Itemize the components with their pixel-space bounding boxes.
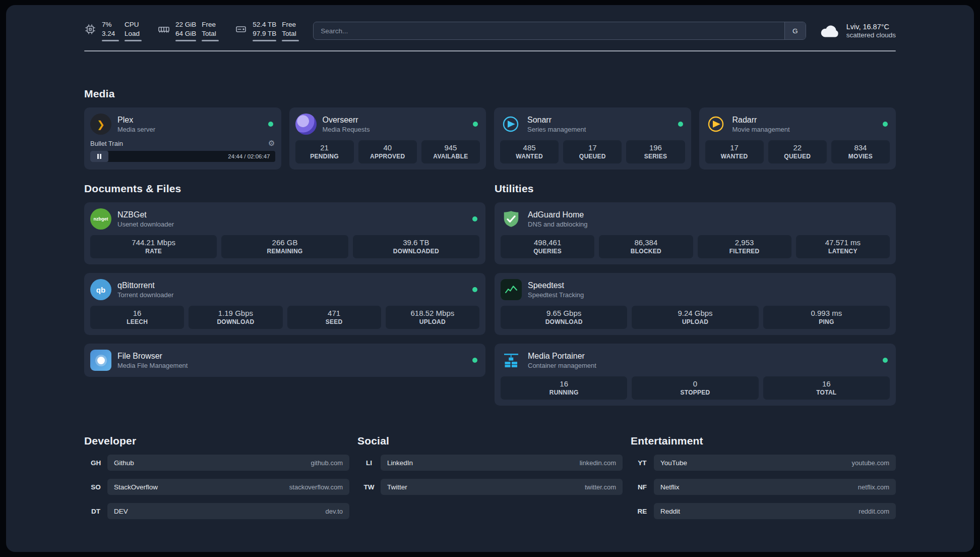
- stat-value: 744.21 Mbps: [92, 238, 215, 247]
- disk-total: 97.9 TB: [253, 29, 276, 38]
- bookmark-url: dev.to: [326, 508, 343, 515]
- search-bar: G: [313, 22, 806, 40]
- bookmark-link-linkedin[interactable]: LinkedIn linkedin.com: [381, 455, 623, 471]
- section-title-social: Social: [357, 435, 623, 447]
- service-card-plex[interactable]: ❯ Plex Media server Bullet Train ⚙: [84, 107, 281, 170]
- cloud-icon: [820, 24, 840, 38]
- portainer-icon: [501, 350, 522, 371]
- service-name: AdGuard Home: [528, 210, 890, 219]
- stat-box: 86,384 BLOCKED: [599, 235, 693, 258]
- bookmark-link-reddit[interactable]: Reddit reddit.com: [654, 503, 896, 519]
- stat-value: 86,384: [601, 238, 691, 247]
- memory-values: 22 GiB 64 GiB: [175, 20, 196, 42]
- service-name: Plex: [117, 116, 262, 125]
- bookmark-link-twitter[interactable]: Twitter twitter.com: [381, 479, 623, 495]
- service-card-overseerr[interactable]: Overseerr Media Requests 21 PENDING 40 A…: [289, 107, 486, 170]
- stat-value: 485: [502, 143, 557, 152]
- service-card-portainer[interactable]: Media Portainer Container management 16 …: [495, 344, 896, 406]
- stat-label: STOPPED: [634, 389, 756, 396]
- stat-box: 40 APPROVED: [358, 140, 417, 163]
- stat-label: REMAINING: [223, 248, 346, 255]
- system-metrics: 7% 3.24 CPU Load 22 G: [84, 20, 299, 42]
- pause-icon: [97, 154, 101, 159]
- stat-value: 618.52 Mbps: [388, 309, 477, 317]
- bookmark-link-netflix[interactable]: Netflix netflix.com: [654, 479, 896, 495]
- section-documents: Documents & Files nzbget NZBGet Usenet d…: [84, 183, 485, 377]
- filebrowser-dot: [97, 357, 105, 364]
- sonarr-icon: [500, 114, 521, 135]
- cpu-icon: [84, 23, 96, 35]
- stat-box: 485 WANTED: [500, 140, 559, 163]
- service-card-radarr[interactable]: Radarr Movie management 17 WANTED 22 QUE…: [699, 107, 896, 170]
- nzbget-icon: nzbget: [90, 208, 111, 230]
- nzbget-label-glyph: nzbget: [94, 216, 108, 221]
- stat-value: 945: [423, 143, 478, 152]
- bookmark-name: Twitter: [387, 483, 407, 491]
- stat-box: 744.21 Mbps RATE: [90, 235, 217, 258]
- status-online-dot: [472, 358, 477, 363]
- bookmark-url: netflix.com: [858, 483, 889, 491]
- service-card-speedtest[interactable]: Speedtest Speedtest Tracking 9.65 Gbps D…: [495, 273, 896, 335]
- bookmark-name: LinkedIn: [387, 459, 413, 467]
- playback-progress-bar[interactable]: 24:44 / 02:06:47: [90, 151, 275, 162]
- disk-widget: 52.4 TB 97.9 TB Free Total: [235, 20, 299, 42]
- pause-button[interactable]: [90, 151, 108, 162]
- weather-location: Lviv, 16.87°C: [846, 23, 896, 31]
- service-card-qbittorrent[interactable]: qb qBittorrent Torrent downloader 16 LEE…: [84, 273, 485, 335]
- weather-widget[interactable]: Lviv, 16.87°C scattered clouds: [820, 23, 896, 39]
- stat-value: 0.993 ms: [765, 309, 888, 317]
- stat-label: WANTED: [502, 153, 557, 160]
- cpu-values: 7% 3.24: [102, 20, 119, 42]
- stat-box: 834 MOVIES: [831, 140, 890, 163]
- memory-widget: 22 GiB 64 GiB Free Total: [158, 20, 219, 42]
- stat-box: 17 WANTED: [705, 140, 764, 163]
- service-card-adguard[interactable]: AdGuard Home DNS and adblocking 498,461 …: [495, 202, 896, 264]
- section-media: Media ❯ Plex Media server Bullet Train ⚙: [84, 88, 896, 170]
- disk-labels: Free Total: [282, 20, 299, 42]
- memory-free: 22 GiB: [175, 20, 196, 29]
- stat-value: 16: [765, 379, 888, 388]
- qbittorrent-icon: qb: [90, 279, 111, 300]
- bookmark-link-github[interactable]: Github github.com: [107, 455, 349, 471]
- service-subtitle: Container management: [528, 362, 877, 369]
- stat-box: 16 LEECH: [90, 306, 184, 329]
- bookmarks-entertainment: Entertainment YT YouTube youtube.com NF …: [631, 435, 896, 519]
- service-name: NZBGet: [117, 210, 466, 219]
- section-title-media: Media: [84, 88, 896, 100]
- status-online-dot: [883, 358, 888, 363]
- bookmarks-developer: Developer GH Github github.com SO StackO…: [84, 435, 349, 519]
- bookmark-link-stackoverflow[interactable]: StackOverflow stackoverflow.com: [107, 479, 349, 495]
- bookmark-link-youtube[interactable]: YouTube youtube.com: [654, 455, 896, 471]
- bookmark-url: reddit.com: [859, 508, 889, 515]
- bookmark-row-youtube: YT YouTube youtube.com: [631, 455, 896, 471]
- bookmark-name: YouTube: [660, 459, 687, 467]
- stat-label: PING: [765, 318, 888, 325]
- stat-box: 2,953 FILTERED: [698, 235, 791, 258]
- bookmark-row-dev: DT DEV dev.to: [84, 503, 349, 519]
- bookmark-abbr: LI: [357, 459, 381, 467]
- search-engine-button[interactable]: G: [784, 22, 806, 39]
- service-card-sonarr[interactable]: Sonarr Series management 485 WANTED 17 Q…: [494, 107, 691, 170]
- speedtest-icon: [501, 279, 522, 300]
- bookmark-abbr: DT: [84, 508, 107, 515]
- disk-usage-bar: [253, 40, 276, 41]
- stat-box: 0.993 ms PING: [763, 306, 890, 329]
- status-online-dot: [268, 122, 273, 127]
- bookmark-link-dev[interactable]: DEV dev.to: [107, 503, 349, 519]
- service-card-nzbget[interactable]: nzbget NZBGet Usenet downloader 744.21 M…: [84, 202, 485, 264]
- service-card-filebrowser[interactable]: File Browser Media File Management: [84, 344, 485, 377]
- search-input[interactable]: [314, 22, 784, 39]
- cpu-usage-bar: [102, 40, 119, 41]
- stat-value: 9.65 Gbps: [503, 309, 625, 317]
- dashboard: 7% 3.24 CPU Load 22 G: [6, 5, 974, 552]
- overseerr-icon: [295, 114, 317, 135]
- disk-label-line1: Free: [282, 20, 299, 29]
- disk-free: 52.4 TB: [253, 20, 276, 29]
- stat-label: QUEUED: [770, 153, 825, 160]
- bookmark-row-netflix: NF Netflix netflix.com: [631, 479, 896, 495]
- service-subtitle: Movie management: [732, 126, 877, 133]
- cpu-labels: CPU Load: [125, 20, 142, 42]
- section-title-documents: Documents & Files: [84, 183, 485, 195]
- stat-value: 16: [92, 309, 182, 317]
- gear-icon[interactable]: ⚙: [268, 139, 275, 148]
